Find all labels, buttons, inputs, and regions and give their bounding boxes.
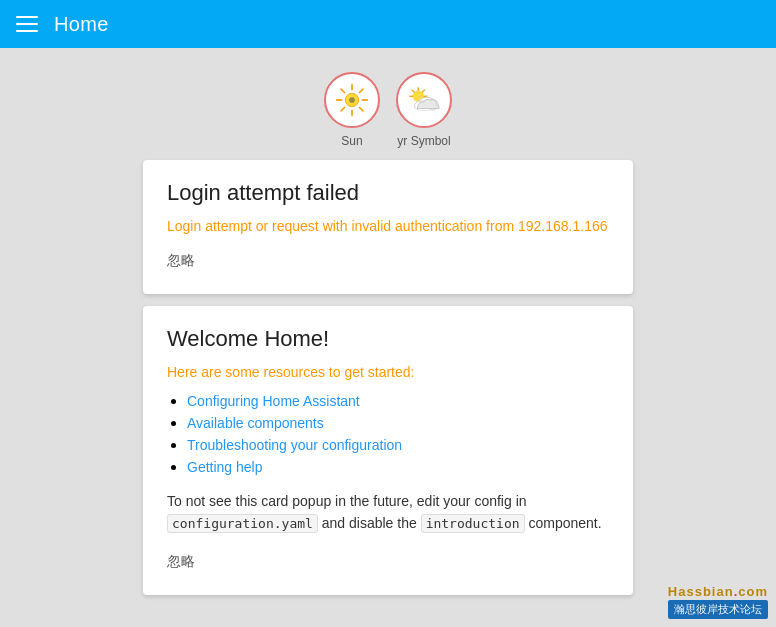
link-troubleshooting[interactable]: Troubleshooting your configuration <box>187 437 402 453</box>
welcome-footer-text: To not see this card popup in the future… <box>167 490 609 535</box>
svg-line-5 <box>341 89 344 92</box>
yr-symbol-icon <box>405 81 443 119</box>
login-card-title: Login attempt failed <box>167 180 609 206</box>
login-ignore-button[interactable]: 忽略 <box>167 248 195 274</box>
list-item: Troubleshooting your configuration <box>187 436 609 454</box>
menu-icon[interactable] <box>16 16 38 32</box>
footer-code-2: introduction <box>421 514 525 533</box>
welcome-card-title: Welcome Home! <box>167 326 609 352</box>
weather-icons-row: Sun <box>324 72 452 148</box>
svg-line-7 <box>360 89 363 92</box>
login-failed-card: Login attempt failed Login attempt or re… <box>143 160 633 294</box>
link-configuring[interactable]: Configuring Home Assistant <box>187 393 360 409</box>
svg-line-6 <box>360 108 363 111</box>
main-content: Sun <box>0 48 776 627</box>
svg-line-17 <box>422 90 424 92</box>
welcome-links-list: Configuring Home Assistant Available com… <box>167 392 609 476</box>
footer-code-1: configuration.yaml <box>167 514 318 533</box>
list-item: Getting help <box>187 458 609 476</box>
page-title: Home <box>54 13 109 36</box>
footer-text-3: component. <box>528 515 601 531</box>
welcome-home-card: Welcome Home! Here are some resources to… <box>143 306 633 595</box>
sun-icon <box>333 81 371 119</box>
welcome-card-subtitle: Here are some resources to get started: <box>167 364 609 380</box>
list-item: Configuring Home Assistant <box>187 392 609 410</box>
link-getting-help[interactable]: Getting help <box>187 459 263 475</box>
sun-icon-circle <box>324 72 380 128</box>
svg-line-8 <box>341 108 344 111</box>
yr-icon-circle <box>396 72 452 128</box>
list-item: Available components <box>187 414 609 432</box>
welcome-ignore-button[interactable]: 忽略 <box>167 549 195 575</box>
weather-icon-sun[interactable]: Sun <box>324 72 380 148</box>
weather-icon-yr[interactable]: yr Symbol <box>396 72 452 148</box>
login-error-text: Login attempt or request with invalid au… <box>167 218 609 234</box>
footer-text-2: and disable the <box>322 515 421 531</box>
yr-label: yr Symbol <box>397 134 450 148</box>
sun-label: Sun <box>341 134 362 148</box>
svg-line-15 <box>412 90 414 92</box>
app-header: Home <box>0 0 776 48</box>
footer-text-1: To not see this card popup in the future… <box>167 493 527 509</box>
svg-point-9 <box>349 97 355 103</box>
link-components[interactable]: Available components <box>187 415 324 431</box>
